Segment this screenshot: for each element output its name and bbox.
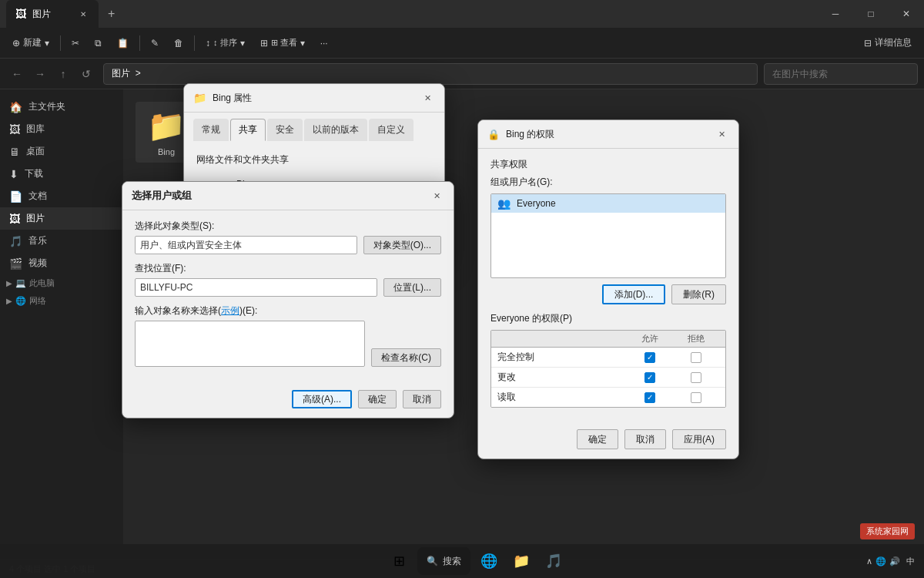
bing-props-titlebar: 📁 Bing 属性 ✕ <box>184 84 444 113</box>
sidebar-item-this-pc[interactable]: ▶ 💻 此电脑 <box>0 274 123 292</box>
new-button[interactable]: ⊕ 新建 ▾ <box>6 33 55 52</box>
col-allow-header: 允许 <box>627 333 673 344</box>
taskbar-folder-icon[interactable]: 📁 <box>507 547 535 575</box>
up-button[interactable]: ↑ <box>52 63 74 85</box>
desktop-icon: 🖥 <box>9 146 20 158</box>
tab-security[interactable]: 安全 <box>267 119 303 141</box>
back-button[interactable]: ← <box>6 63 28 85</box>
toolbar-separator <box>60 35 61 51</box>
advanced-button[interactable]: 高级(A)... <box>292 390 352 408</box>
search-button[interactable]: 🔍 搜索 <box>417 547 470 575</box>
location-row: 查找位置(F): 位置(L)... <box>135 262 441 297</box>
bing-perms-ok-button[interactable]: 确定 <box>577 429 618 449</box>
bing-perms-apply-button[interactable]: 应用(A) <box>672 429 726 449</box>
new-icon: ⊕ <box>12 38 20 49</box>
sort-icon: ↕ <box>206 38 210 49</box>
bing-props-close-button[interactable]: ✕ <box>420 90 435 106</box>
tab-folder-icon: 🖼 <box>15 8 26 20</box>
sidebar-item-videos[interactable]: 🎬 视频 <box>0 252 123 274</box>
sidebar-item-network[interactable]: ▶ 🌐 网络 <box>0 292 123 310</box>
deny-read-checkbox[interactable] <box>673 392 719 403</box>
perms-table: 允许 拒绝 完全控制 更改 读取 <box>490 330 726 408</box>
view-button[interactable]: ⊞ ⊞ 查看 ▾ <box>254 34 311 52</box>
location-button[interactable]: 位置(L)... <box>383 278 441 297</box>
taskbar-music-icon[interactable]: 🎵 <box>540 547 567 575</box>
bing-perms-cancel-button[interactable]: 取消 <box>624 429 666 449</box>
check-names-button[interactable]: 检查名称(C) <box>371 348 441 367</box>
toolbar: ⊕ 新建 ▾ ✂ ⧉ 📋 ✎ 🗑 ↕ ↕ 排序 ▾ ⊞ ⊞ 查看 ▾ ··· ⊟… <box>0 28 924 59</box>
choose-user-cancel-button[interactable]: 取消 <box>403 390 441 408</box>
home-icon: 🏠 <box>9 101 22 113</box>
object-type-input[interactable] <box>135 236 357 254</box>
system-tray: ∧ 🌐 🔊 <box>866 556 900 566</box>
forward-button[interactable]: → <box>29 63 51 85</box>
detail-info-button[interactable]: ⊟ 详细信息 <box>858 33 918 52</box>
new-tab-button[interactable]: + <box>99 0 124 28</box>
choose-user-dialog: 选择用户或组 ✕ 选择此对象类型(S): 对象类型(O)... 查找位置(F):… <box>122 181 454 418</box>
sort-button[interactable]: ↕ ↕ 排序 ▾ <box>199 34 251 52</box>
tab-previous[interactable]: 以前的版本 <box>304 119 367 141</box>
allow-read-checkbox[interactable] <box>627 392 673 403</box>
location-input[interactable] <box>135 278 377 297</box>
close-button[interactable]: ✕ <box>889 0 924 28</box>
title-bar: 🖼 图片 ✕ + ─ □ ✕ <box>0 0 924 28</box>
copy-button[interactable]: ⧉ <box>89 35 108 52</box>
sidebar-item-gallery[interactable]: 🖼 图库 <box>0 118 123 140</box>
view-chevron-icon: ▾ <box>300 38 305 49</box>
user-list-label: 组或用户名(G): <box>490 176 726 189</box>
start-button[interactable]: ⊞ <box>385 547 413 575</box>
sidebar-item-home[interactable]: 🏠 主文件夹 <box>0 96 123 118</box>
network-tray-icon: 🌐 <box>875 556 886 566</box>
object-name-row: 输入对象名称来选择(示例)(E): 检查名称(C) <box>135 304 441 367</box>
tab-general[interactable]: 常规 <box>193 119 229 141</box>
sidebar-item-documents[interactable]: 📄 文档 <box>0 185 123 207</box>
allow-full-checkbox[interactable] <box>627 352 673 363</box>
choose-user-close-button[interactable]: ✕ <box>429 188 444 203</box>
gallery-icon: 🖼 <box>9 123 20 136</box>
deny-full-checkbox[interactable] <box>673 352 719 363</box>
choose-user-ok-button[interactable]: 确定 <box>358 390 397 408</box>
bing-perms-title-icon: 🔒 <box>487 129 500 140</box>
maximize-button[interactable]: □ <box>853 0 889 28</box>
object-type-label: 选择此对象类型(S): <box>135 220 441 233</box>
sidebar-item-pictures[interactable]: 🖼 图片 <box>0 207 123 230</box>
sidebar-item-downloads[interactable]: ⬇ 下载 <box>0 163 123 185</box>
cut-button[interactable]: ✂ <box>65 35 85 52</box>
delete-button[interactable]: 🗑 <box>168 35 189 52</box>
sidebar-item-desktop[interactable]: 🖥 桌面 <box>0 140 123 163</box>
paste-button[interactable]: 📋 <box>111 35 135 52</box>
sidebar-item-music[interactable]: 🎵 音乐 <box>0 230 123 252</box>
more-button[interactable]: ··· <box>314 35 334 52</box>
tab-close-button[interactable]: ✕ <box>77 8 89 20</box>
rename-button[interactable]: ✎ <box>145 35 165 52</box>
col-name-header <box>497 333 627 344</box>
tab-customize[interactable]: 自定义 <box>369 119 413 141</box>
col-deny-header: 拒绝 <box>673 333 719 344</box>
bing-props-title-icon: 📁 <box>193 92 206 104</box>
user-list-box[interactable]: 👥 Everyone <box>490 193 726 278</box>
explorer-tab-pictures[interactable]: 🖼 图片 ✕ <box>6 0 99 28</box>
tray-up-icon[interactable]: ∧ <box>866 556 872 566</box>
taskbar-browser-icon[interactable]: 🌐 <box>475 547 503 575</box>
toolbar-separator3 <box>194 35 195 51</box>
add-button[interactable]: 添加(D)... <box>602 284 666 304</box>
remove-button[interactable]: 删除(R) <box>671 284 726 304</box>
minimize-button[interactable]: ─ <box>818 0 853 28</box>
example-link[interactable]: 示例 <box>221 305 239 316</box>
expand-icon: ▶ <box>6 279 12 287</box>
tab-share[interactable]: 共享 <box>230 119 266 141</box>
bing-perms-footer: 确定 取消 应用(A) <box>478 423 738 459</box>
deny-change-checkbox[interactable] <box>673 372 719 383</box>
folder-name: Bing <box>158 147 175 156</box>
refresh-button[interactable]: ↺ <box>75 63 97 85</box>
search-input[interactable] <box>764 63 918 85</box>
bing-perms-close-button[interactable]: ✕ <box>714 126 729 142</box>
object-type-button[interactable]: 对象类型(O)... <box>363 236 441 254</box>
network-expand-icon: ▶ <box>6 297 12 305</box>
allow-change-checkbox[interactable] <box>627 372 673 383</box>
user-list-item-everyone[interactable]: 👥 Everyone <box>491 194 725 213</box>
pictures-icon: 🖼 <box>9 213 20 225</box>
address-input[interactable] <box>103 63 758 85</box>
object-name-input[interactable] <box>135 321 365 367</box>
choose-user-titlebar: 选择用户或组 ✕ <box>122 182 454 210</box>
